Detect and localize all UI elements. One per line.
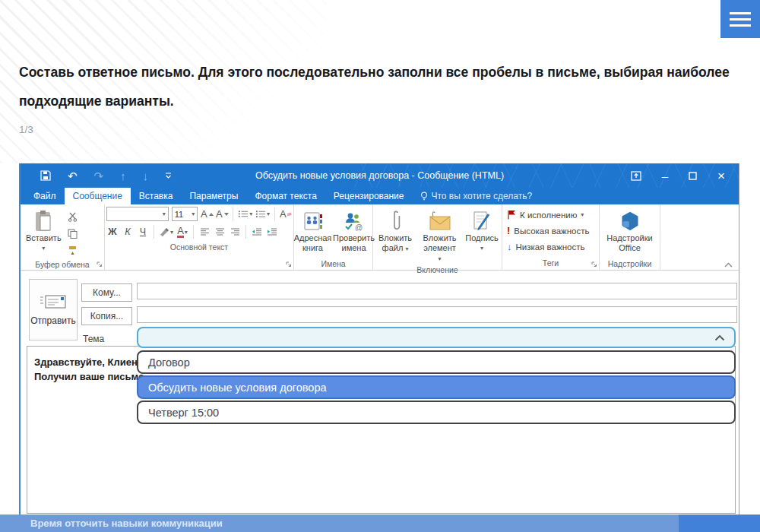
addins-group: Надстройки Office Надстройки bbox=[600, 204, 660, 270]
undo-icon[interactable]: ↶ bbox=[68, 170, 78, 182]
to-input[interactable] bbox=[137, 283, 737, 299]
basic-text-dialog-launcher-icon[interactable] bbox=[286, 261, 292, 268]
tab-message[interactable]: Сообщение bbox=[65, 188, 131, 204]
clipboard-icon bbox=[34, 209, 52, 233]
move-down-icon[interactable]: ↓ bbox=[143, 170, 149, 182]
bullet-list-icon[interactable]: ▾ bbox=[238, 207, 252, 221]
footer-bar: Время отточить навыки коммуникации bbox=[0, 515, 760, 532]
underline-button[interactable]: Ч bbox=[137, 225, 149, 239]
font-size-combo[interactable]: 11▾ bbox=[172, 207, 198, 221]
grow-font-icon[interactable]: А bbox=[201, 207, 213, 221]
hamburger-menu-button[interactable] bbox=[720, 0, 760, 38]
minimize-icon[interactable]: – bbox=[662, 170, 668, 182]
attach-item-button[interactable]: Вложить элемент ▾ bbox=[418, 207, 461, 265]
tab-file[interactable]: Файл bbox=[25, 188, 65, 204]
tell-me-box[interactable]: Что вы хотите сделать? bbox=[413, 188, 540, 204]
paste-button[interactable]: Вставить ▾ bbox=[23, 207, 65, 255]
address-book-icon bbox=[303, 209, 323, 233]
footer-text: Время отточить навыки коммуникации bbox=[30, 518, 223, 529]
collapse-ribbon-icon[interactable] bbox=[724, 262, 733, 268]
option-obsudit[interactable]: Обсудить новые условия договора bbox=[137, 375, 736, 399]
attach-file-button[interactable]: Вложить файл ▾ bbox=[375, 207, 415, 255]
signature-button[interactable]: Подпись ▾ bbox=[464, 207, 499, 255]
customize-qat-icon[interactable] bbox=[165, 173, 172, 179]
clipboard-dialog-launcher-icon[interactable] bbox=[97, 261, 103, 268]
check-names-button[interactable]: @ Проверить имена bbox=[334, 207, 374, 255]
redo-icon[interactable]: ↷ bbox=[94, 170, 104, 182]
font-name-combo[interactable]: ▾ bbox=[106, 207, 169, 221]
clipboard-group: Вставить ▾ Буфе bbox=[21, 204, 105, 270]
hamburger-icon bbox=[730, 12, 751, 14]
address-book-button[interactable]: Адресная книга bbox=[293, 207, 333, 255]
office-addins-button[interactable]: Надстройки Office bbox=[602, 207, 657, 255]
align-right-icon[interactable] bbox=[229, 225, 241, 239]
subject-label: Тема bbox=[83, 334, 104, 344]
move-up-icon[interactable]: ↑ bbox=[120, 170, 126, 182]
window-controls: – × bbox=[631, 169, 725, 182]
format-painter-icon[interactable] bbox=[66, 244, 80, 256]
basic-text-group: ▾ 11▾ А А ▾ ▾ А bbox=[105, 204, 294, 270]
ribbon: Вставить ▾ Буфе bbox=[21, 204, 739, 271]
italic-button[interactable]: К bbox=[122, 225, 134, 239]
restore-icon[interactable] bbox=[689, 172, 697, 180]
align-center-icon[interactable] bbox=[214, 225, 226, 239]
subject-select[interactable] bbox=[137, 327, 736, 348]
signature-icon bbox=[473, 209, 491, 233]
addins-cube-icon bbox=[619, 209, 641, 233]
low-importance-button[interactable]: ↓ Низкая важность bbox=[507, 239, 594, 254]
high-importance-button[interactable]: ! Высокая важность bbox=[507, 223, 594, 238]
paperclip-icon bbox=[390, 209, 401, 233]
cc-button[interactable]: Копия... bbox=[81, 307, 132, 325]
tab-options[interactable]: Параметры bbox=[181, 188, 246, 204]
tags-dialog-launcher-icon[interactable] bbox=[591, 261, 597, 268]
chevron-up-icon bbox=[714, 334, 725, 341]
bold-button[interactable]: Ж bbox=[106, 225, 119, 239]
popout-icon[interactable] bbox=[631, 171, 641, 181]
highlight-icon[interactable]: ▾ bbox=[159, 225, 173, 239]
copy-icon[interactable] bbox=[66, 227, 80, 239]
page: Составь ответное письмо. Для этого после… bbox=[0, 0, 760, 532]
save-icon[interactable] bbox=[40, 170, 51, 181]
follow-up-button[interactable]: К исполнению ▾ bbox=[507, 207, 594, 222]
tab-review[interactable]: Рецензирование bbox=[325, 188, 413, 204]
quick-access-toolbar: ↶ ↷ ↑ ↓ bbox=[40, 170, 172, 182]
progress-indicator: 1/3 bbox=[19, 124, 33, 135]
cut-icon[interactable] bbox=[66, 211, 80, 223]
check-names-icon: @ bbox=[344, 209, 365, 233]
option-dogovor[interactable]: Договор bbox=[137, 350, 736, 374]
tab-insert[interactable]: Вставка bbox=[131, 188, 182, 204]
ribbon-tab-row: Файл Сообщение Вставка Параметры Формат … bbox=[21, 188, 739, 204]
decrease-indent-icon[interactable] bbox=[251, 225, 263, 239]
svg-text:@: @ bbox=[355, 223, 363, 231]
increase-indent-icon[interactable] bbox=[266, 225, 278, 239]
shrink-font-icon[interactable]: А bbox=[216, 207, 228, 221]
send-envelope-icon bbox=[40, 294, 67, 309]
outlook-window: ↶ ↷ ↑ ↓ Обсудить новые условия договора … bbox=[19, 163, 739, 515]
option-chetverg[interactable]: Четверг 15:00 bbox=[137, 401, 736, 424]
footer-progress-segment bbox=[679, 515, 760, 532]
font-color-icon[interactable]: А▾ bbox=[176, 225, 188, 239]
to-button[interactable]: Кому... bbox=[81, 283, 132, 302]
subject-options-list: Договор Обсудить новые условия договора … bbox=[137, 350, 736, 424]
tab-format-text[interactable]: Формат текста bbox=[246, 188, 325, 204]
flag-icon bbox=[507, 210, 516, 220]
numbered-list-icon[interactable]: ▾ bbox=[255, 207, 270, 221]
envelope-attach-icon bbox=[429, 209, 451, 233]
titlebar: ↶ ↷ ↑ ↓ Обсудить новые условия договора … bbox=[21, 163, 739, 188]
send-button[interactable]: Отправить bbox=[29, 279, 78, 340]
tags-group: К исполнению ▾ ! Высокая важность ↓ Низк… bbox=[502, 204, 600, 270]
task-text: Составь ответное письмо. Для этого после… bbox=[19, 58, 737, 116]
names-group: Адресная книга @ Проверить имена Имена bbox=[294, 204, 373, 270]
cc-input[interactable] bbox=[137, 306, 737, 323]
close-icon[interactable]: × bbox=[717, 169, 725, 182]
low-importance-icon: ↓ bbox=[507, 241, 512, 252]
clear-formatting-icon[interactable]: А bbox=[280, 207, 292, 221]
align-left-icon[interactable] bbox=[198, 225, 211, 239]
high-importance-icon: ! bbox=[507, 225, 510, 236]
include-group: Вложить файл ▾ Вложить элемент ▾ Подпись bbox=[373, 204, 502, 270]
lightbulb-icon bbox=[420, 192, 428, 201]
